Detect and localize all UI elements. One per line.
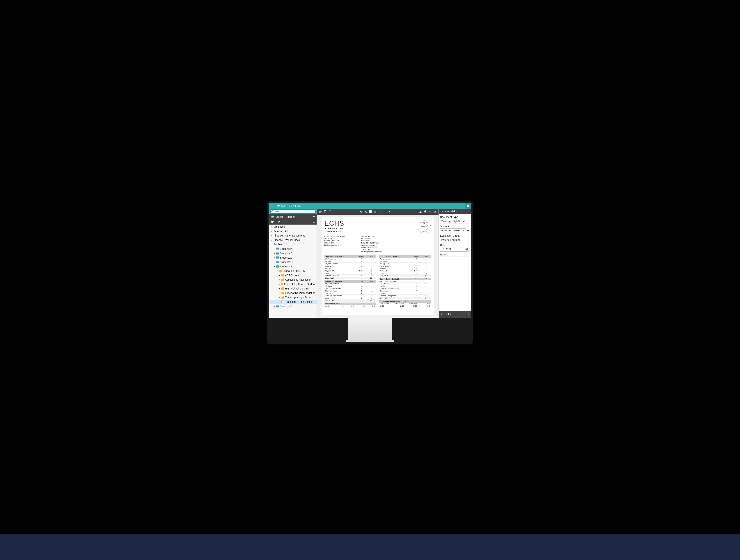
- highlight-button[interactable]: [383, 210, 387, 213]
- drawer-icon: [271, 215, 274, 218]
- stamp-icon: [374, 210, 377, 213]
- add-link-button[interactable]: +: [467, 312, 469, 316]
- attach-button[interactable]: [318, 210, 322, 213]
- tree-node-diploma[interactable]: ▸High School Diploma: [269, 286, 316, 291]
- tree-node-students-e[interactable]: ▾Students:E: [269, 264, 316, 269]
- copy-button[interactable]: [323, 210, 327, 213]
- svg-rect-0: [271, 205, 271, 205]
- tree-panel-header[interactable]: ⬟ Tree ▭: [269, 219, 316, 224]
- document-viewer: ECHS ETRIEVE CENTRAL HIGH SCHOOL HIGH SC…: [317, 209, 439, 317]
- grid-icon: [369, 210, 372, 213]
- tree-node-act[interactable]: ▸ACT Scores: [269, 273, 316, 278]
- tree-icon: ⬟: [271, 220, 274, 223]
- eval-status-label: Evaluation Status: [440, 234, 469, 237]
- tree-node-students-a[interactable]: ▸Students:A: [269, 247, 316, 251]
- svg-point-28: [441, 211, 442, 212]
- tree-node-transcript-doc[interactable]: Transcript - High School: [269, 300, 316, 304]
- official-seal: HIGH SCHOOL OFFICIAL TRANSCRIPT: [418, 220, 431, 234]
- svg-rect-6: [271, 206, 271, 207]
- print-button[interactable]: [424, 210, 427, 213]
- cabinet-icon: [276, 305, 279, 307]
- tree-node-letter[interactable]: ▸Letter of Recommendation: [269, 291, 316, 295]
- svg-rect-5: [273, 206, 273, 206]
- doc-type-label: Document Type: [440, 215, 469, 218]
- student-label: Student: [440, 225, 469, 228]
- unfiled-panel-header[interactable]: Unfiled - Student 0: [269, 214, 316, 219]
- folder-icon: [281, 283, 283, 285]
- apps-grid-icon: [271, 204, 274, 207]
- grade-11-table: Course Study - Grade 11GradeCredits Amer…: [325, 280, 376, 302]
- share-button[interactable]: [428, 210, 432, 213]
- folder-icon: [281, 287, 284, 290]
- notes-textarea[interactable]: [440, 257, 469, 273]
- tree-node-evans[interactable]: ▾Evans, Eli - 004185: [269, 269, 316, 273]
- tree-node-employee[interactable]: ▸Employee: [269, 224, 316, 229]
- tree-node-student[interactable]: ▾Student: [269, 242, 316, 247]
- redact-button[interactable]: [388, 210, 391, 213]
- svg-rect-4: [272, 206, 272, 206]
- tree-label: Tree: [275, 220, 280, 223]
- grade-9-table: Course Study - Grade 9GradeCredits Lit /…: [325, 255, 376, 279]
- text-icon: [379, 210, 381, 213]
- svg-rect-21: [370, 212, 371, 213]
- svg-rect-16: [371, 210, 372, 211]
- paperclip-icon: [319, 210, 322, 213]
- cabinet-icon: [276, 248, 279, 250]
- viewer-toolbar: [317, 209, 439, 215]
- highlighter-icon: [383, 210, 386, 213]
- zoom-in-button[interactable]: [359, 210, 363, 213]
- student-select[interactable]: Evans, Eli - 004185: [440, 228, 466, 233]
- zoom-out-icon: [364, 210, 367, 213]
- search-input[interactable]: [270, 209, 315, 213]
- download-icon: [419, 210, 422, 213]
- links-panel-header[interactable]: Links 0 +: [439, 311, 471, 317]
- tree-node-students-d[interactable]: ▸Students:D: [269, 260, 316, 264]
- tree-node-students-c[interactable]: ▸Students:C: [269, 256, 316, 260]
- app-launcher-button[interactable]: [269, 203, 275, 209]
- tree-node-admissions[interactable]: ▸Admissions Application: [269, 278, 316, 282]
- svg-rect-14: [369, 210, 370, 211]
- svg-rect-26: [425, 210, 426, 211]
- folder-icon: [281, 278, 284, 281]
- folder-open-icon: [281, 296, 284, 299]
- brand-separator: [287, 204, 287, 207]
- grade-10-table: Course Study - Grade 10GradeCredits Worl…: [379, 255, 431, 277]
- tree-node-students-f[interactable]: ▸Students:F: [269, 304, 316, 308]
- settings-button[interactable]: [465, 203, 471, 209]
- links-count: 0: [463, 312, 464, 315]
- text-button[interactable]: [378, 210, 382, 213]
- tree-node-tax[interactable]: ▸Federal Tax Form - Student: [269, 282, 316, 286]
- tree-node-finance-ap[interactable]: ▸Finance - AP: [269, 229, 316, 234]
- tree-node-finance-vendor[interactable]: ▸Finance - Vendor Docs: [269, 238, 316, 242]
- cabinet-icon: [276, 265, 279, 268]
- delete-button[interactable]: [433, 210, 437, 213]
- tree-node-students-b[interactable]: ▸Students:B: [269, 251, 316, 256]
- svg-rect-23: [374, 210, 376, 213]
- add-student-button[interactable]: +: [466, 229, 469, 232]
- tree-node-finance-other[interactable]: ▸Finance - Other Documents: [269, 234, 316, 238]
- unfiled-label: Unfiled - Student: [276, 215, 295, 218]
- date-input[interactable]: [440, 247, 469, 252]
- key-fields-panel: Key Fields Document Type Transcript - Hi…: [439, 209, 471, 317]
- svg-rect-8: [273, 206, 273, 207]
- svg-rect-7: [272, 206, 272, 207]
- download-button[interactable]: [419, 210, 422, 213]
- paste-button[interactable]: [328, 210, 332, 213]
- svg-rect-22: [371, 212, 372, 213]
- zoom-out-button[interactable]: [364, 210, 368, 213]
- thumbnails-button[interactable]: [369, 210, 372, 213]
- grade-12-table: Course Study - Grade 12GradeCredits AP: …: [379, 278, 431, 299]
- cumulative-columns: Total CreditsGPA CreditsGPA PointsGPA: [379, 303, 431, 305]
- school-logo-sub1: ETRIEVE CENTRAL: [325, 227, 344, 229]
- folder-icon: [281, 292, 284, 294]
- stamp-button[interactable]: [373, 210, 377, 213]
- doc-type-select[interactable]: Transcript - High School: [440, 219, 469, 223]
- tree-node-transcript-folder[interactable]: ▾Transcript - High School: [269, 295, 316, 300]
- tree-body: ▸Employee ▸Finance - AP ▸Finance - Other…: [269, 224, 316, 317]
- svg-rect-20: [369, 212, 370, 213]
- eval-status-select[interactable]: Pending Evaluation: [440, 238, 469, 242]
- share-icon: [429, 210, 432, 213]
- cumulative-header: Cumulative Summary (9th - 12th): [379, 300, 431, 303]
- summary-header: Summary By Grade: [325, 302, 376, 305]
- svg-rect-9: [324, 210, 326, 213]
